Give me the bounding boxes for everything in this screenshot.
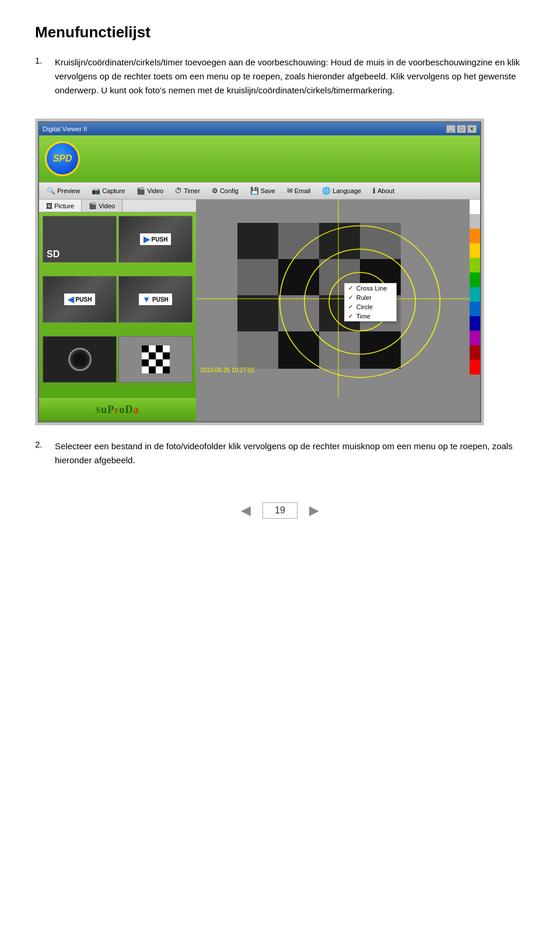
header-logo-area: SPD [39,135,480,182]
thumbnail-push-2[interactable]: ◀ PUSH [43,276,117,323]
video-tab-icon: 🎬 [89,202,97,209]
menu-bar: 🔍 Preview 📷 Capture 🎬 Video ⏱ Timer ⚙ Co… [39,182,480,200]
swatch-green[interactable] [470,272,480,287]
tab-video[interactable]: 🎬 Video [82,200,123,212]
menu-config-label: Config [220,187,239,194]
swatch-navy[interactable] [470,316,480,331]
main-area: 🖼 Picture 🎬 Video SD [39,200,480,421]
logo-text: SPD [53,153,72,164]
menu-email-label: Email [295,187,311,194]
sd-label: SD [47,249,60,260]
swatch-blue[interactable] [470,302,480,316]
menu-language[interactable]: 🌐 Language [317,184,366,198]
left-panel: 🖼 Picture 🎬 Video SD [39,200,197,421]
menu-preview[interactable]: 🔍 Preview [41,184,85,198]
swatch-orange[interactable] [470,229,480,243]
checker-thumb [142,345,170,373]
thumbnail-push-3[interactable]: ▼ PUSH [118,276,192,323]
suproda-logo-text: SuProDa [96,404,139,416]
menu-timer-label: Timer [184,187,200,194]
title-bar: Digital Viewer II _ □ ✕ [39,123,480,135]
step-2: 2. Selecteer een bestand in de foto/vide… [35,439,525,467]
app-window: Digital Viewer II _ □ ✕ SPD 🔍 Preview 📷 … [38,121,481,422]
capture-icon: 📷 [92,187,100,195]
swatch-teal[interactable] [470,287,480,302]
thumbnail-grid: SD ▶ PUSH ◀ PUSH [39,212,196,398]
context-menu-crossline[interactable]: Cross Line [345,284,396,293]
page-footer: ◀ 19 ▶ [35,502,525,519]
push-arrow-right-1: ▶ [144,235,150,244]
config-icon: ⚙ [212,187,218,195]
tab-picture-label: Picture [54,202,74,209]
swatch-red[interactable] [470,360,480,375]
menu-video[interactable]: 🎬 Video [131,184,169,198]
picture-icon: 🖼 [46,202,52,209]
title-bar-buttons: _ □ ✕ [446,125,477,133]
timer-icon: ⏱ [175,187,182,195]
next-page-button[interactable]: ▶ [309,503,319,518]
thumbnail-circle[interactable] [43,336,117,383]
tab-video-label: Video [99,202,115,209]
thumbnail-push-1[interactable]: ▶ PUSH [118,216,192,263]
thumbnail-sd[interactable]: SD [43,216,117,263]
push-arrow-left: ◀ [68,295,74,304]
about-icon: ℹ [373,187,376,195]
page-title: Menufunctielijst [35,23,525,41]
context-menu-time[interactable]: Time [345,312,396,321]
swatch-purple[interactable] [470,331,480,345]
close-button[interactable]: ✕ [467,125,477,133]
push-label-2: ◀ PUSH [64,293,96,305]
timestamp-display: 2010-06-26 10:27:02 [200,367,254,373]
menu-timer[interactable]: ⏱ Timer [170,184,205,198]
menu-about[interactable]: ℹ About [368,184,400,198]
step-1-text: Kruislijn/coördinaten/cirkels/timer toev… [55,55,525,97]
save-icon: 💾 [250,187,259,195]
swatch-white[interactable] [470,200,480,214]
suproda-logo-area: SuProDa [39,398,196,421]
title-bar-label: Digital Viewer II [43,125,87,132]
context-menu-circle[interactable]: Circle [345,302,396,312]
language-icon: 🌐 [322,187,331,195]
menu-email[interactable]: ✉ Email [282,184,316,198]
email-icon: ✉ [287,187,293,195]
menu-capture-label: Capture [102,187,125,194]
color-palette [470,200,480,375]
menu-preview-label: Preview [57,187,80,194]
swatch-silver[interactable] [470,214,480,229]
tab-picture[interactable]: 🖼 Picture [39,200,82,212]
context-menu-ruler[interactable]: Ruler [345,293,396,302]
right-panel: Cross Line Ruler Circle Time 2010-06-26 … [197,200,480,421]
step-2-text: Selecteer een bestand in de foto/videofo… [55,439,525,467]
preview-icon: 🔍 [47,187,55,195]
menu-about-label: About [377,187,394,194]
checker-display: Cross Line Ruler Circle Time 2010-06-26 … [197,200,480,398]
panel-tabs: 🖼 Picture 🎬 Video [39,200,196,212]
menu-language-label: Language [332,187,361,194]
push-label-1: ▶ PUSH [140,233,172,245]
swatch-yellow[interactable] [470,243,480,258]
menu-config[interactable]: ⚙ Config [206,184,244,198]
menu-save[interactable]: 💾 Save [245,184,281,198]
video-icon: 🎬 [136,187,145,195]
step-1-number: 1. [35,55,47,65]
app-logo: SPD [45,141,80,176]
page-number: 19 [262,502,298,519]
minimize-button[interactable]: _ [446,125,456,133]
swatch-lime[interactable] [470,258,480,272]
prev-page-button[interactable]: ◀ [241,503,251,518]
push-arrow-down: ▼ [142,295,150,304]
swatch-darkred[interactable] [470,345,480,360]
context-menu: Cross Line Ruler Circle Time [344,283,397,321]
step-2-number: 2. [35,439,47,449]
circle-thumb [68,348,92,371]
thumbnail-checker[interactable] [118,336,192,383]
menu-save-label: Save [261,187,275,194]
step-1: 1. Kruislijn/coördinaten/cirkels/timer t… [35,55,525,97]
app-screenshot: Digital Viewer II _ □ ✕ SPD 🔍 Preview 📷 … [35,118,484,425]
menu-capture[interactable]: 📷 Capture [86,184,130,198]
menu-video-label: Video [147,187,163,194]
maximize-button[interactable]: □ [457,125,466,133]
push-label-3: ▼ PUSH [139,293,172,305]
